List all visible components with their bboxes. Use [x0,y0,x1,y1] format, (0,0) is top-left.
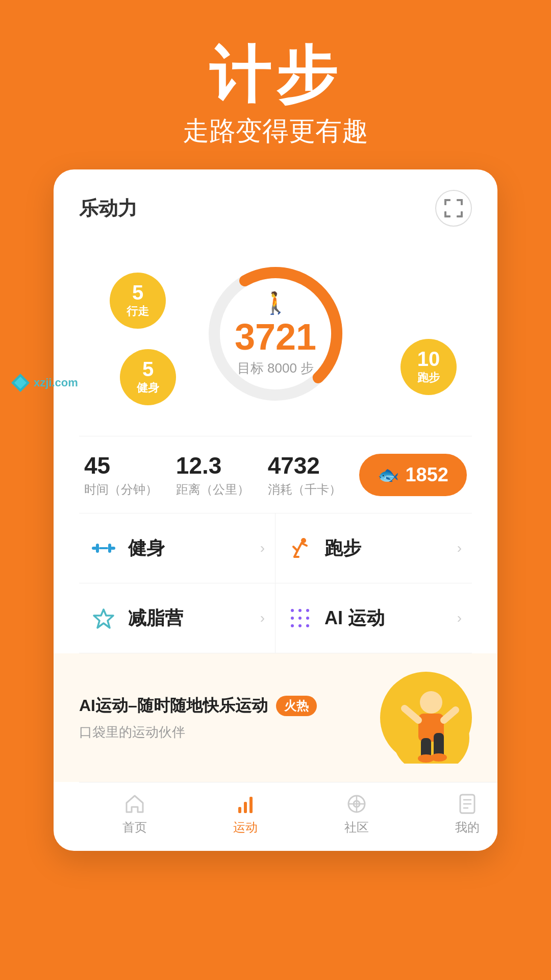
svg-rect-12 [96,544,99,553]
steps-section: 5 行走 🚶 3721 目标 8000 步 5 健身 10 跑步 [79,242,472,426]
run-menu-arrow: › [457,540,462,556]
coins-button[interactable]: 🐟 1852 [359,454,467,496]
time-label: 时间（分钟） [84,481,158,498]
page-subtitle: 走路变得更有趣 [183,113,368,149]
diet-icon [91,605,116,631]
steps-goal: 目标 8000 步 [237,359,314,377]
community-icon [345,793,368,815]
menu-grid: 健身 › 跑步 › [79,513,472,653]
fitness-badge-label: 健身 [137,380,159,396]
run-menu-icon-wrap [286,534,314,562]
card-header: 乐动力 [79,190,472,227]
fitness-menu-icon-wrap [89,534,118,562]
promo-banner[interactable]: AI运动–随时随地快乐运动 火热 口袋里的运动伙伴 [54,653,497,782]
scan-icon [443,198,464,218]
stat-distance: 12.3 距离（公里） [176,452,249,498]
fitness-menu-arrow: › [260,540,265,556]
svg-rect-1 [444,199,446,205]
ai-menu-icon-wrap [286,604,314,632]
run-badge-label: 跑步 [417,370,440,385]
ai-icon [287,605,313,631]
banner-subtitle: 口袋里的运动伙伴 [79,723,317,741]
nav-item-community[interactable]: 社区 [323,793,390,836]
fitness-badge: 5 健身 [120,349,176,405]
calories-value: 4732 [268,452,341,479]
nav-label-community: 社区 [344,819,369,836]
watermark-icon [10,373,31,393]
svg-rect-5 [444,211,446,217]
walk-badge-num: 5 [132,282,143,303]
nav-label-mine: 我的 [455,819,480,836]
svg-point-27 [306,617,309,620]
svg-rect-42 [249,797,253,813]
stats-row: 45 时间（分钟） 12.3 距离（公里） 4732 消耗（千卡） 🐟 1852 [79,436,472,513]
watermark-text: xzji.com [34,376,78,389]
banner-title-row: AI运动–随时随地快乐运动 火热 [79,695,317,717]
page-title: 计步 [209,41,342,108]
coin-icon: 🐟 [378,464,399,485]
walker-icon: 🚶 [262,290,289,315]
svg-marker-21 [94,609,113,628]
time-value: 45 [84,452,158,479]
nav-label-sport: 运动 [233,819,258,836]
svg-rect-41 [244,802,247,813]
brand-name: 乐动力 [79,195,137,222]
banner-title: AI运动–随时随地快乐运动 [79,695,268,717]
fitness-icon [91,535,116,561]
calories-label: 消耗（千卡） [268,481,341,498]
main-card: 乐动力 5 行走 [54,169,497,851]
nav-item-home[interactable]: 首页 [102,793,168,836]
watermark: xzji.com [10,373,78,393]
ai-menu-arrow: › [457,610,462,626]
nav-item-mine[interactable]: 我的 [434,793,497,836]
ai-menu-label: AI 运动 [324,606,385,631]
svg-point-28 [291,624,294,627]
menu-item-diet[interactable]: 减脂营 › [79,583,276,653]
diet-menu-label: 减脂营 [128,606,183,631]
person-illustration [370,672,472,764]
svg-point-25 [291,617,294,620]
fitness-menu-label: 健身 [128,536,165,561]
banner-content: AI运动–随时随地快乐运动 火热 口袋里的运动伙伴 [79,695,317,741]
run-badge-num: 10 [417,349,440,369]
diet-menu-icon-wrap [89,604,118,632]
stat-calories: 4732 消耗（千卡） [268,452,341,498]
svg-point-37 [431,753,447,762]
nav-item-sport[interactable]: 运动 [212,793,279,836]
sport-icon [234,793,257,815]
diet-menu-arrow: › [260,610,265,626]
ring-center: 🚶 3721 目标 8000 步 [235,290,316,377]
fitness-badge-num: 5 [142,359,154,379]
svg-line-19 [302,543,307,546]
distance-value: 12.3 [176,452,249,479]
walk-badge: 5 行走 [110,273,166,329]
distance-label: 距离（公里） [176,481,249,498]
nav-label-home: 首页 [122,819,147,836]
menu-item-ai[interactable]: AI 运动 › [276,583,472,653]
svg-rect-40 [238,807,241,813]
run-menu-label: 跑步 [324,536,361,561]
svg-line-16 [297,543,302,551]
svg-rect-13 [108,544,111,553]
hot-badge: 火热 [276,696,317,716]
menu-item-fitness[interactable]: 健身 › [79,513,276,583]
steps-ring: 🚶 3721 目标 8000 步 [199,257,352,410]
svg-point-24 [306,609,309,612]
bottom-nav: 首页 运动 社区 我的 [79,782,497,851]
run-icon [287,535,313,561]
run-badge: 10 跑步 [400,339,457,395]
stat-time: 45 时间（分钟） [84,452,158,498]
svg-point-22 [291,609,294,612]
menu-item-run[interactable]: 跑步 › [276,513,472,583]
steps-count: 3721 [235,318,316,355]
home-icon [123,793,146,815]
mine-icon [456,793,479,815]
svg-rect-7 [461,211,463,217]
svg-point-23 [298,609,302,612]
svg-rect-3 [461,199,463,205]
svg-point-26 [298,617,302,620]
svg-rect-14 [99,547,108,549]
svg-point-32 [420,691,442,714]
scan-button[interactable] [435,190,472,227]
banner-figure [370,672,472,764]
